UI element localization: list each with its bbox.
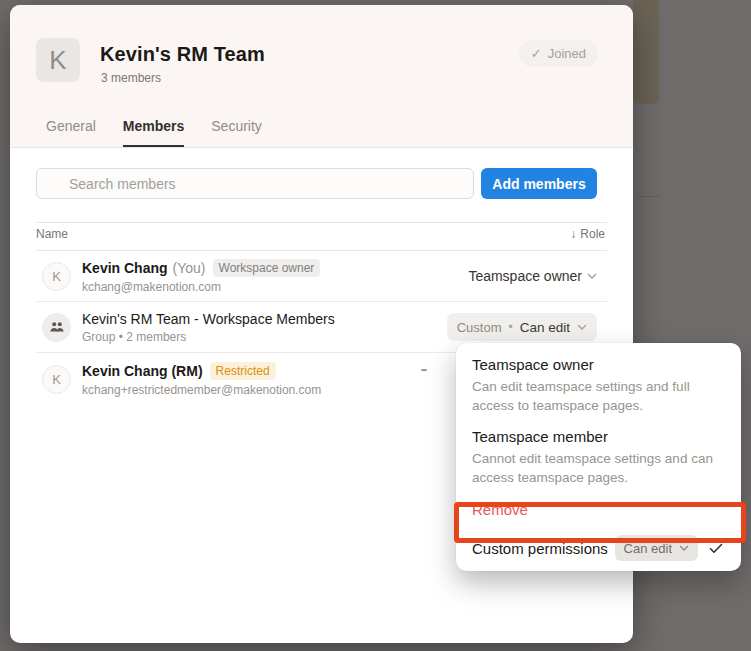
teamspace-avatar: K bbox=[36, 38, 80, 82]
joined-button[interactable]: ✓ Joined bbox=[519, 40, 598, 67]
member-email: kchang+restrictedmember@makenotion.com bbox=[82, 383, 321, 397]
role-value: Teamspace owner bbox=[468, 268, 582, 284]
avatar: K bbox=[42, 365, 71, 394]
hidden-role-fragment bbox=[421, 369, 427, 371]
member-row-kevin-chang: K Kevin Chang (You) Workspace owner kcha… bbox=[36, 251, 607, 302]
name-column-header: Name bbox=[36, 227, 68, 241]
check-icon: ✓ bbox=[531, 46, 542, 61]
add-members-button[interactable]: Add members bbox=[481, 168, 597, 199]
group-avatar bbox=[42, 313, 71, 342]
role-column-label: Role bbox=[580, 227, 605, 241]
option-description: Cannot edit teamspace settings and can a… bbox=[472, 449, 724, 487]
can-edit-dropdown[interactable]: Can edit bbox=[615, 535, 698, 561]
background-divider bbox=[636, 196, 660, 197]
tab-members[interactable]: Members bbox=[123, 118, 184, 147]
tab-general[interactable]: General bbox=[46, 118, 96, 147]
teamspace-title: Kevin's RM Team bbox=[100, 43, 265, 66]
member-email: kchang@makenotion.com bbox=[82, 280, 320, 294]
option-title: Teamspace member bbox=[472, 427, 725, 447]
group-meta: Group • 2 members bbox=[82, 330, 335, 344]
menu-item-teamspace-member[interactable]: Teamspace member Cannot edit teamspace s… bbox=[472, 415, 725, 487]
avatar: K bbox=[42, 262, 71, 291]
you-indicator: (You) bbox=[173, 260, 206, 276]
screen: K Kevin's RM Team 3 members ✓ Joined Gen… bbox=[0, 0, 751, 651]
option-title: Teamspace owner bbox=[472, 355, 725, 375]
can-edit-value: Can edit bbox=[624, 541, 672, 556]
avatar-letter: K bbox=[52, 269, 61, 284]
joined-label: Joined bbox=[548, 46, 586, 61]
dialog-header: K Kevin's RM Team 3 members ✓ Joined Gen… bbox=[10, 5, 633, 148]
tab-security[interactable]: Security bbox=[211, 118, 262, 147]
option-description: Can edit teamspace settings and full acc… bbox=[472, 377, 724, 415]
member-name: Kevin Chang bbox=[82, 260, 168, 276]
selected-check-icon bbox=[709, 543, 723, 554]
workspace-owner-badge: Workspace owner bbox=[213, 259, 321, 277]
restricted-badge: Restricted bbox=[210, 362, 276, 380]
role-dropdown-teamspace-owner[interactable]: Teamspace owner bbox=[468, 268, 597, 284]
people-icon bbox=[49, 321, 65, 333]
member-name: Kevin Chang (RM) bbox=[82, 363, 203, 379]
avatar-letter: K bbox=[52, 372, 61, 387]
chevron-down-icon bbox=[679, 545, 689, 552]
custom-permissions-label: Custom permissions bbox=[472, 540, 615, 557]
group-name: Kevin's RM Team - Workspace Members bbox=[82, 311, 335, 327]
group-info: Kevin's RM Team - Workspace Members Grou… bbox=[82, 311, 335, 344]
teamspace-avatar-letter: K bbox=[49, 45, 66, 76]
role-prefix: Custom bbox=[457, 320, 502, 335]
menu-item-remove[interactable]: Remove bbox=[472, 500, 725, 520]
role-value: Can edit bbox=[520, 320, 570, 335]
chevron-down-icon bbox=[587, 273, 597, 280]
menu-item-custom-permissions[interactable]: Custom permissions Can edit bbox=[472, 533, 725, 563]
background-artifact bbox=[633, 0, 659, 104]
sort-down-icon: ↓ bbox=[570, 227, 576, 241]
member-info: Kevin Chang (You) Workspace owner kchang… bbox=[82, 259, 320, 294]
chevron-down-icon bbox=[577, 324, 587, 331]
divider bbox=[36, 222, 607, 223]
teamspace-member-count: 3 members bbox=[101, 71, 161, 85]
role-options-menu: Teamspace owner Can edit teamspace setti… bbox=[456, 343, 741, 571]
tab-bar: General Members Security bbox=[46, 118, 262, 147]
search-members-input[interactable] bbox=[36, 168, 474, 199]
role-sort-header[interactable]: ↓ Role bbox=[570, 227, 605, 241]
menu-item-teamspace-owner[interactable]: Teamspace owner Can edit teamspace setti… bbox=[472, 349, 725, 415]
role-separator: • bbox=[509, 320, 513, 334]
member-info: Kevin Chang (RM) Restricted kchang+restr… bbox=[82, 362, 321, 397]
role-dropdown-custom-can-edit[interactable]: Custom • Can edit bbox=[447, 313, 597, 341]
